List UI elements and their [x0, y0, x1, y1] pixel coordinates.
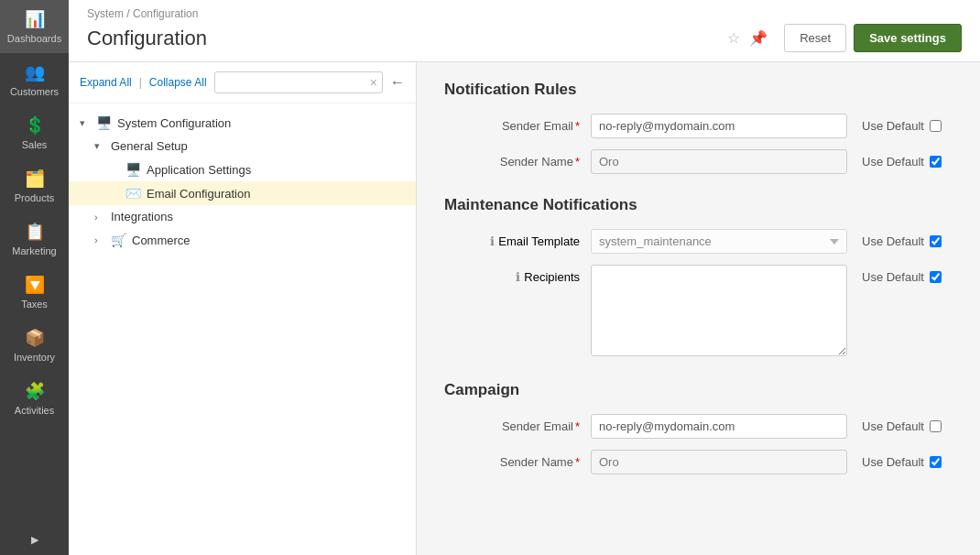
tree-label: General Setup [111, 139, 188, 153]
email-template-label-wrap: ℹ Email Template [444, 229, 591, 248]
sales-icon: 💲 [25, 115, 45, 136]
sender-email-use-default-checkbox[interactable] [930, 120, 942, 132]
sidebar-item-products[interactable]: 🗂️ Products [0, 159, 69, 212]
campaign-sender-name-input[interactable] [591, 450, 847, 474]
campaign-sender-email-input[interactable] [591, 414, 847, 439]
sidebar-item-label: Customers [10, 86, 59, 97]
tree-item-general-setup[interactable]: ▾ General Setup [69, 135, 416, 158]
search-clear-icon[interactable]: × [370, 76, 377, 89]
nav-search-input[interactable] [214, 71, 383, 93]
email-template-select[interactable]: system_maintenance [591, 229, 847, 254]
campaign-sender-email-field [591, 414, 847, 439]
left-nav-panel: Expand All | Collapse All × ← ▾ 🖥️ Syste… [69, 62, 417, 555]
sidebar-item-sales[interactable]: 💲 Sales [0, 106, 69, 159]
use-default-label: Use Default [862, 155, 924, 169]
sender-name-field [591, 149, 847, 174]
use-default-label: Use Default [862, 234, 924, 248]
use-default-label: Use Default [862, 455, 924, 469]
sidebar-item-label: Activities [15, 405, 54, 416]
sidebar-item-activities[interactable]: 🧩 Activities [0, 372, 69, 425]
recipients-use-default-wrap: Use Default [847, 265, 942, 284]
recipients-textarea[interactable] [591, 265, 847, 356]
sidebar-item-customers[interactable]: 👥 Customers [0, 53, 69, 106]
tree-item-commerce[interactable]: › 🛒 Commerce [69, 228, 416, 252]
nav-tree: ▾ 🖥️ System Configuration ▾ General Setu… [69, 103, 416, 555]
expand-all-link[interactable]: Expand All [80, 76, 132, 89]
email-template-info-icon: ℹ [490, 234, 495, 248]
collapse-all-link[interactable]: Collapse All [149, 76, 207, 89]
sender-name-label: Sender Name* [444, 149, 591, 169]
products-icon: 🗂️ [25, 169, 45, 189]
nav-back-icon[interactable]: ← [390, 74, 405, 91]
activities-icon: 🧩 [25, 381, 45, 401]
recipients-use-default-checkbox[interactable] [930, 271, 942, 283]
campaign-sender-email-use-default-checkbox[interactable] [930, 420, 942, 432]
taxes-icon: 🔽 [25, 275, 45, 295]
email-template-field: system_maintenance [591, 229, 847, 254]
pin-button[interactable]: 📌 [749, 29, 768, 47]
nav-toolbar-divider: | [139, 76, 142, 89]
campaign-section: Campaign Sender Email* Use Default [444, 381, 953, 474]
main-area: System / Configuration Configuration ☆ 📌… [69, 0, 980, 555]
sidebar-item-label: Inventory [14, 352, 55, 363]
campaign-sender-name-use-default-checkbox[interactable] [930, 456, 942, 468]
tree-label: Commerce [132, 234, 191, 247]
dashboard-icon: 📊 [25, 9, 45, 29]
campaign-sender-name-use-default-wrap: Use Default [847, 450, 942, 469]
inventory-icon: 📦 [25, 328, 45, 348]
right-content-panel: Notification Rules Sender Email* Use Def… [417, 62, 980, 555]
sender-name-use-default-wrap: Use Default [847, 149, 942, 169]
maintenance-notifications-title: Maintenance Notifications [444, 196, 953, 214]
notification-rules-section: Notification Rules Sender Email* Use Def… [444, 81, 953, 174]
recipients-label: Recipients [524, 270, 580, 284]
campaign-sender-name-row: Sender Name* Use Default [444, 450, 953, 474]
save-settings-button[interactable]: Save settings [854, 24, 962, 52]
tree-item-integrations[interactable]: › Integrations [69, 205, 416, 228]
tree-item-system-config[interactable]: ▾ 🖥️ System Configuration [69, 111, 416, 135]
sidebar-expand-btn[interactable]: ▶ [0, 525, 69, 555]
sidebar-item-inventory[interactable]: 📦 Inventory [0, 319, 69, 372]
campaign-sender-email-label: Sender Email* [444, 414, 591, 433]
email-template-use-default-checkbox[interactable] [930, 235, 942, 247]
email-config-icon: ✉️ [125, 186, 141, 201]
content-area: Expand All | Collapse All × ← ▾ 🖥️ Syste… [69, 62, 980, 555]
reset-button[interactable]: Reset [784, 24, 846, 52]
star-button[interactable]: ☆ [727, 29, 740, 47]
use-default-label: Use Default [862, 419, 924, 433]
campaign-sender-name-field [591, 450, 847, 474]
tree-label: Application Settings [147, 163, 251, 177]
maintenance-notifications-section: Maintenance Notifications ℹ Email Templa… [444, 196, 953, 359]
use-default-label: Use Default [862, 119, 924, 133]
sidebar-item-dashboards[interactable]: 📊 Dashboards [0, 0, 69, 53]
recipients-label-wrap: ℹ Recipients [444, 265, 591, 284]
sender-email-use-default-wrap: Use Default [847, 114, 942, 133]
tree-chevron: › [94, 234, 105, 245]
tree-item-email-configuration[interactable]: ✉️ Email Configuration [69, 181, 416, 205]
sidebar-item-marketing[interactable]: 📋 Marketing [0, 212, 69, 266]
use-default-label: Use Default [862, 270, 924, 284]
email-template-row: ℹ Email Template system_maintenance Use … [444, 229, 953, 254]
sender-name-input[interactable] [591, 149, 847, 174]
email-template-use-default-wrap: Use Default [847, 229, 942, 248]
sender-email-row: Sender Email* Use Default [444, 114, 953, 138]
tree-chevron: › [94, 212, 105, 223]
recipients-field [591, 265, 847, 359]
page-title: Configuration [87, 27, 207, 50]
sender-email-field [591, 114, 847, 138]
nav-search-wrap: × [214, 71, 383, 93]
sender-name-row: Sender Name* Use Default [444, 149, 953, 174]
expand-icon: ▶ [31, 534, 38, 546]
tree-label: Integrations [111, 210, 173, 223]
customers-icon: 👥 [25, 62, 45, 82]
breadcrumb-configuration: Configuration [133, 7, 198, 20]
tree-item-application-settings[interactable]: 🖥️ Application Settings [69, 158, 416, 181]
campaign-sender-email-use-default-wrap: Use Default [847, 414, 942, 433]
header-actions: ☆ 📌 Reset Save settings [727, 24, 962, 52]
sidebar-item-label: Products [15, 192, 54, 203]
sidebar-item-taxes[interactable]: 🔽 Taxes [0, 266, 69, 319]
breadcrumb: System / Configuration [87, 7, 962, 20]
sender-name-use-default-checkbox[interactable] [930, 156, 942, 168]
sidebar-item-label: Marketing [12, 245, 56, 256]
email-template-label: Email Template [498, 234, 580, 248]
sender-email-input[interactable] [591, 114, 847, 138]
